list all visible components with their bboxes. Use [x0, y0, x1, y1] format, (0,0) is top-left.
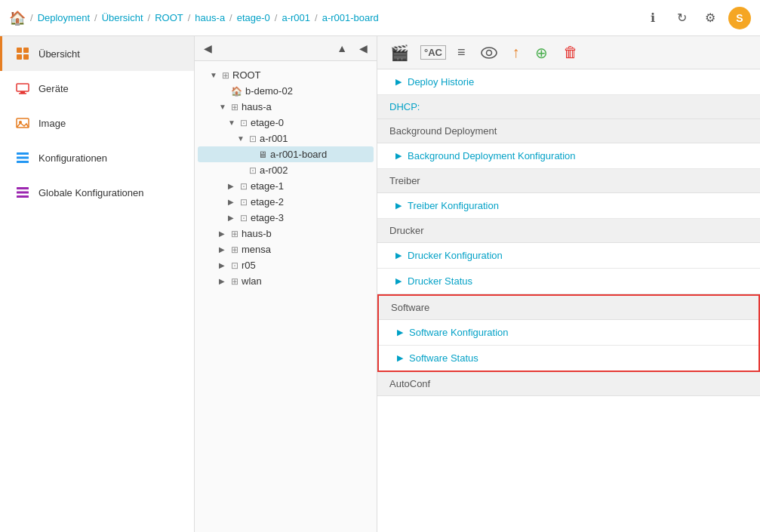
svg-point-16 [486, 50, 491, 55]
breadcrumb-haus-a[interactable]: haus-a [195, 12, 225, 23]
treiber-konfiguration-row[interactable]: ▶ Treiber Konfiguration [377, 193, 760, 219]
breadcrumb-sep-1: / [94, 12, 97, 23]
tree-node-a-r002[interactable]: ⊡ a-r002 [198, 162, 374, 178]
breadcrumb-etage-0[interactable]: etage-0 [237, 12, 270, 23]
sidebar-item-globale-konfigurationen[interactable]: Globale Konfigurationen [0, 175, 194, 210]
r05-icon: ⊡ [231, 260, 238, 271]
background-deployment-header: Background Deployment [377, 119, 760, 143]
tree-node-a-r001[interactable]: ▼ ⊡ a-r001 [198, 131, 374, 146]
geraete-label: Geräte [38, 83, 69, 94]
deploy-historie-arrow: ▶ [395, 77, 402, 87]
breadcrumb-a-r001[interactable]: a-r001 [282, 12, 310, 23]
konfigurationen-label: Konfigurationen [38, 152, 107, 164]
background-deployment-konfiguration-row[interactable]: ▶ Background Deployment Konfiguration [377, 143, 760, 169]
tree-node-etage-1[interactable]: ▶ ⊡ etage-1 [198, 178, 374, 194]
tree-label-b-demo-02: b-demo-02 [245, 85, 293, 97]
treiber-label: Treiber [389, 175, 420, 186]
tree-label-etage-3: etage-3 [251, 212, 284, 223]
drucker-status-arrow: ▶ [395, 276, 402, 286]
konfigurationen-icon [14, 149, 31, 166]
software-status-label: Software Status [409, 352, 478, 364]
clapperboard-button[interactable]: 🎬 [386, 42, 413, 63]
software-label: Software [391, 302, 429, 313]
sidebar-item-image[interactable]: Image [0, 106, 194, 140]
sidebar-item-konfigurationen[interactable]: Konfigurationen [0, 140, 194, 175]
drucker-status-row[interactable]: ▶ Drucker Status [377, 269, 760, 294]
etage-2-icon: ⊡ [240, 197, 248, 208]
breadcrumb-sep-2: / [148, 12, 151, 23]
svg-rect-9 [17, 152, 29, 155]
software-status-row[interactable]: ▶ Software Status [379, 346, 758, 371]
tree-node-a-r001-board[interactable]: 🖥 a-r001-board [198, 146, 374, 162]
tree-label-root: ROOT [232, 69, 261, 81]
software-konfiguration-row[interactable]: ▶ Software Konfiguration [379, 320, 758, 346]
sidebar-item-geraete[interactable]: Geräte [0, 71, 194, 106]
globale-konfigurationen-label: Globale Konfigurationen [38, 187, 144, 198]
upload-button[interactable]: ↑ [509, 42, 524, 63]
svg-rect-1 [23, 48, 29, 53]
tree-node-b-demo-02[interactable]: 🏠 b-demo-02 [198, 83, 374, 99]
a-r001-board-icon: 🖥 [258, 149, 267, 160]
deploy-historie-row[interactable]: ▶ Deploy Historie [377, 69, 760, 95]
tree-collapse-left-button[interactable]: ◀ [201, 41, 215, 56]
tree-toggle-r05: ▶ [219, 261, 228, 269]
tree-node-etage-2[interactable]: ▶ ⊡ etage-2 [198, 194, 374, 210]
main-container: Übersicht Geräte Image [0, 36, 760, 532]
tree-node-haus-a[interactable]: ▼ ⊞ haus-a [198, 99, 374, 115]
delete-button[interactable]: 🗑 [559, 42, 582, 63]
sidebar-item-uebersicht[interactable]: Übersicht [0, 36, 194, 71]
root-icon: ⊞ [222, 70, 229, 81]
tree-label-a-r001: a-r001 [260, 133, 288, 144]
add-button[interactable]: ⊕ [531, 42, 552, 63]
breadcrumb-area: 🏠 / Deployment / Übersicht / ROOT / haus… [9, 10, 642, 26]
refresh-button[interactable]: ↻ [671, 8, 692, 29]
sidebar-nav: Übersicht Geräte Image [0, 36, 195, 532]
tree-toggle-wlan: ▶ [219, 277, 228, 285]
drucker-konfiguration-label: Drucker Konfiguration [408, 250, 503, 261]
a-r002-icon: ⊡ [249, 165, 257, 176]
svg-rect-10 [17, 157, 29, 159]
tree-label-haus-b: haus-b [242, 228, 272, 239]
software-status-arrow: ▶ [397, 353, 403, 363]
eye-button[interactable] [477, 45, 501, 60]
breadcrumb-deployment[interactable]: Deployment [38, 12, 90, 23]
haus-a-icon: ⊞ [231, 102, 238, 112]
list-button[interactable]: ≡ [454, 43, 469, 62]
svg-point-15 [482, 48, 497, 58]
tree-toggle-haus-a: ▼ [219, 103, 228, 111]
ac-button[interactable]: °AC [420, 45, 446, 60]
uebersicht-icon [14, 45, 31, 62]
etage-0-icon: ⊡ [240, 118, 248, 128]
drucker-konfiguration-row[interactable]: ▶ Drucker Konfiguration [377, 243, 760, 269]
tree-node-wlan[interactable]: ▶ ⊞ wlan [198, 273, 374, 289]
breadcrumb-a-r001-board[interactable]: a-r001-board [322, 12, 379, 23]
tree-label-a-r002: a-r002 [260, 165, 288, 176]
user-avatar[interactable]: S [728, 7, 751, 29]
breadcrumb-uebersicht[interactable]: Übersicht [102, 12, 143, 23]
tree-node-r05[interactable]: ▶ ⊡ r05 [198, 257, 374, 273]
tree-up-button[interactable]: ▲ [334, 41, 350, 56]
tree-label-r05: r05 [242, 260, 256, 271]
tree-label-wlan: wlan [242, 275, 262, 287]
wlan-icon: ⊞ [231, 276, 238, 287]
breadcrumb-sep-6: / [315, 12, 318, 23]
tree-node-mensa[interactable]: ▶ ⊞ mensa [198, 241, 374, 257]
tree-node-haus-b[interactable]: ▶ ⊞ haus-b [198, 226, 374, 241]
tree-node-etage-3[interactable]: ▶ ⊡ etage-3 [198, 210, 374, 226]
image-icon [14, 115, 31, 131]
haus-b-icon: ⊞ [231, 229, 238, 239]
breadcrumb-root[interactable]: ROOT [155, 12, 183, 23]
tree-node-root[interactable]: ▼ ⊞ ROOT [198, 67, 374, 83]
svg-rect-0 [17, 48, 22, 53]
content-panel: 🎬 °AC ≡ ↑ ⊕ 🗑 ▶ Deploy Historie DHCP: [377, 36, 760, 532]
tree-back-button[interactable]: ◀ [356, 41, 371, 56]
etage-3-icon: ⊡ [240, 213, 248, 223]
tree-node-etage-0[interactable]: ▼ ⊡ etage-0 [198, 115, 374, 131]
home-icon[interactable]: 🏠 [9, 10, 26, 26]
settings-button[interactable]: ⚙ [700, 8, 721, 29]
tree-label-etage-2: etage-2 [251, 196, 284, 208]
autoconf-label: AutoConf [389, 378, 430, 389]
info-button[interactable]: ℹ [642, 8, 663, 29]
software-konfiguration-label: Software Konfiguration [409, 327, 509, 338]
treiber-konfiguration-label: Treiber Konfiguration [408, 200, 499, 211]
